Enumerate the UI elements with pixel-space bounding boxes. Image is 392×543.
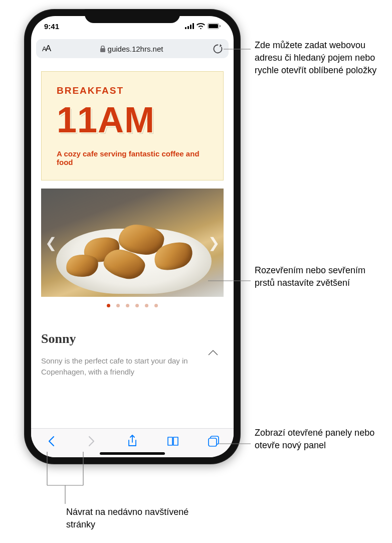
forward-button bbox=[85, 434, 99, 448]
banner-headline: 11AM bbox=[57, 99, 208, 140]
banner-subtitle: A cozy cafe serving fantastic coffee and… bbox=[57, 149, 208, 166]
battery-icon bbox=[208, 23, 221, 29]
reload-icon[interactable] bbox=[213, 44, 223, 54]
dot[interactable] bbox=[126, 304, 129, 307]
url-field[interactable]: guides.12hrs.net bbox=[55, 45, 208, 53]
bookmarks-button[interactable] bbox=[166, 434, 180, 448]
home-indicator[interactable] bbox=[100, 452, 165, 455]
dot[interactable] bbox=[145, 304, 148, 307]
wifi-icon bbox=[197, 23, 205, 29]
article-body: Sonny is the perfect cafe to start your … bbox=[41, 355, 224, 378]
iphone-frame: 9:41 AA guides.12hrs.net BREAKFAST 11AM … bbox=[24, 9, 241, 464]
url-text: guides.12hrs.net bbox=[108, 45, 163, 53]
svg-rect-6 bbox=[220, 25, 221, 27]
back-button[interactable] bbox=[44, 434, 58, 448]
screen: 9:41 AA guides.12hrs.net BREAKFAST 11AM … bbox=[31, 16, 234, 457]
lock-icon bbox=[100, 46, 105, 52]
callout-tabs: Zobrazí otevřené panely nebo otevře nový… bbox=[255, 427, 385, 452]
svg-rect-8 bbox=[209, 438, 217, 446]
chevron-up-icon[interactable] bbox=[208, 349, 219, 358]
svg-rect-3 bbox=[192, 23, 194, 29]
callout-zoom: Rozevřením nebo sevřením prstů nastavíte… bbox=[255, 264, 385, 289]
address-bar[interactable]: AA guides.12hrs.net bbox=[36, 39, 229, 58]
image-carousel[interactable]: ❮ ❯ bbox=[41, 189, 224, 297]
dot[interactable] bbox=[116, 304, 120, 307]
notch bbox=[85, 9, 180, 23]
banner-kicker: BREAKFAST bbox=[57, 85, 208, 96]
carousel-next-icon[interactable]: ❯ bbox=[208, 235, 220, 251]
dot[interactable] bbox=[154, 304, 158, 307]
carousel-dots bbox=[41, 304, 224, 307]
status-time: 9:41 bbox=[44, 22, 59, 31]
svg-rect-7 bbox=[100, 48, 105, 52]
hero-banner: BREAKFAST 11AM A cozy cafe serving fanta… bbox=[41, 71, 224, 180]
carousel-prev-icon[interactable]: ❮ bbox=[45, 235, 57, 251]
svg-rect-0 bbox=[185, 27, 186, 29]
dot[interactable] bbox=[135, 304, 139, 307]
tabs-button[interactable] bbox=[207, 434, 221, 448]
carousel-photo bbox=[41, 189, 224, 297]
dot[interactable] bbox=[107, 304, 110, 307]
svg-rect-2 bbox=[190, 25, 191, 29]
share-button[interactable] bbox=[125, 434, 139, 448]
callout-back: Návrat na nedávno navštívené stránky bbox=[66, 506, 197, 531]
reader-aa-icon[interactable]: AA bbox=[42, 44, 50, 54]
svg-rect-5 bbox=[209, 24, 218, 28]
svg-rect-1 bbox=[187, 26, 189, 29]
status-icons bbox=[185, 23, 221, 29]
callout-address: Zde můžete zadat webovou adresu či hleda… bbox=[255, 39, 385, 77]
webpage-content[interactable]: BREAKFAST 11AM A cozy cafe serving fanta… bbox=[31, 64, 234, 428]
cellular-icon bbox=[185, 23, 194, 29]
article: Sonny Sonny is the perfect cafe to start… bbox=[41, 331, 224, 378]
article-title: Sonny bbox=[41, 331, 224, 346]
